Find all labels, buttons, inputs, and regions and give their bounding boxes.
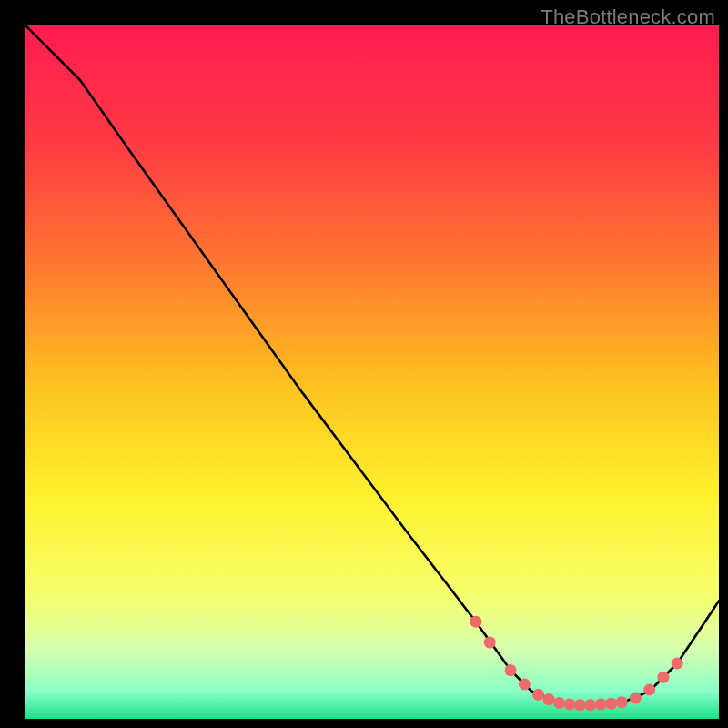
chart-svg [25, 25, 719, 719]
watermark-label: TheBottleneck.com [541, 5, 715, 29]
marker-dot [470, 616, 481, 628]
marker-dot [564, 699, 576, 711]
marker-dot [505, 664, 517, 676]
marker-dot [605, 698, 617, 710]
marker-dot [484, 637, 496, 649]
marker-dot [584, 699, 596, 711]
marker-dot [519, 678, 531, 690]
marker-dot [658, 672, 670, 683]
marker-dot [532, 689, 544, 701]
chart-frame: TheBottleneck.com [0, 0, 728, 728]
marker-dot [574, 699, 586, 711]
gradient-background [25, 25, 719, 719]
marker-dot [543, 693, 555, 705]
marker-dot [616, 696, 628, 708]
marker-dot [595, 699, 607, 711]
plot-area [25, 25, 719, 719]
marker-dot [643, 684, 655, 696]
marker-dot [630, 693, 642, 704]
marker-dot [672, 658, 683, 670]
marker-dot [553, 697, 565, 709]
